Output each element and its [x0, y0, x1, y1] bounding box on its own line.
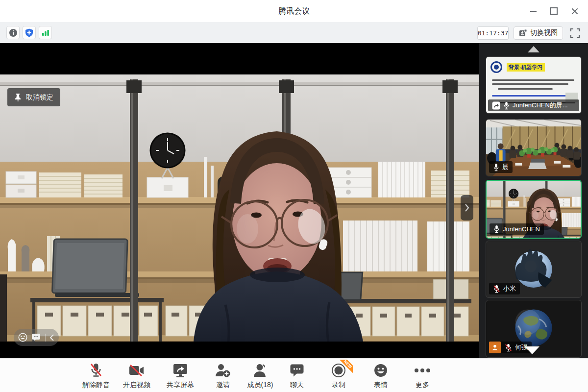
maximize-icon — [550, 7, 558, 15]
quick-chat-icon[interactable] — [31, 333, 41, 342]
scroll-up-icon[interactable] — [528, 46, 539, 52]
participant-name: 晨 — [502, 163, 509, 172]
emoji-reaction-icon[interactable] — [18, 333, 27, 342]
main-video-stage: 取消锁定 — [0, 43, 479, 358]
control-record[interactable]: NEW 录制 — [319, 362, 358, 390]
maximize-button[interactable] — [547, 4, 561, 18]
fullscreen-icon — [570, 28, 580, 38]
chat-icon — [290, 364, 304, 377]
toolbar-right: 01:17:37 切换视图 — [477, 26, 582, 40]
control-unmute[interactable]: 解除静音 — [76, 362, 116, 390]
participant-label: 小米 — [489, 283, 520, 294]
close-button[interactable] — [567, 4, 581, 18]
emoji-icon — [373, 363, 388, 378]
mic-muted-icon — [493, 285, 500, 293]
minimize-icon — [530, 11, 537, 12]
meeting-toolbar: 01:17:37 切换视图 — [0, 22, 588, 43]
slide-logo-icon — [490, 61, 502, 73]
mic-muted-icon — [505, 343, 512, 352]
switch-view-label: 切换视图 — [530, 28, 558, 37]
control-members[interactable]: 成员(18) — [241, 362, 280, 390]
camera-off-icon — [129, 365, 145, 376]
network-quality-button[interactable] — [39, 26, 52, 39]
slide-text-line — [492, 79, 574, 81]
participants-sidebar: 背景-机器学习 JunfenCHEN的屏... — [479, 43, 588, 358]
mic-icon — [503, 101, 510, 110]
participant-label: JunfenCHEN — [490, 223, 544, 235]
slide-text-line — [492, 95, 572, 97]
participant-label: 晨 — [489, 161, 513, 173]
participant-tile-xiaomi[interactable]: 小米 — [486, 241, 582, 298]
control-more[interactable]: 更多 — [403, 362, 442, 390]
participant-name: JunfenCHEN的屏... — [513, 101, 568, 110]
window-controls — [526, 0, 581, 22]
shield-icon — [25, 28, 33, 37]
share-screen-icon — [172, 363, 188, 378]
slide-title: 背景-机器学习 — [507, 63, 545, 72]
unpin-label: 取消锁定 — [26, 93, 53, 102]
fullscreen-button[interactable] — [568, 26, 582, 40]
control-start-video[interactable]: 开启视频 — [117, 362, 156, 390]
tencent-meeting-window: 腾讯会议 01:17:37 切换视图 — [0, 0, 588, 392]
control-bar: 解除静音 开启视频 共享屏幕 邀请 成员(18) 聊天 NEW — [0, 358, 588, 392]
participant-tile-screenshare[interactable]: 背景-机器学习 JunfenCHEN的屏... — [486, 56, 582, 114]
switch-view-button[interactable]: 切换视图 — [514, 26, 563, 40]
toolbar-left — [6, 26, 52, 39]
host-badge-icon — [489, 342, 501, 353]
meeting-info-button[interactable] — [6, 26, 20, 39]
control-invite[interactable]: 邀请 — [203, 362, 243, 390]
participant-name: 小米 — [503, 284, 516, 293]
reaction-divider — [45, 334, 46, 342]
close-icon — [571, 8, 578, 14]
window-title: 腾讯会议 — [0, 0, 588, 22]
invite-icon — [215, 363, 231, 378]
screen-share-icon — [492, 101, 500, 110]
mic-muted-icon — [90, 363, 102, 378]
meeting-content: 取消锁定 背景-机器学习 — [0, 43, 588, 358]
hide-sidebar-handle[interactable] — [461, 195, 473, 220]
reaction-bar — [14, 329, 59, 346]
more-icon — [414, 368, 431, 373]
participant-tile-junfenchen[interactable]: JunfenCHEN — [486, 180, 582, 239]
participant-name: JunfenCHEN — [503, 225, 540, 233]
chevron-right-icon — [465, 204, 469, 212]
meeting-timer: 01:17:37 — [477, 26, 509, 40]
mic-icon — [493, 225, 500, 233]
speaker-video — [0, 74, 479, 342]
members-icon — [253, 363, 268, 378]
unpin-button[interactable]: 取消锁定 — [7, 88, 60, 106]
record-icon — [331, 363, 346, 378]
control-share-screen[interactable]: 共享屏幕 — [161, 362, 200, 390]
switch-view-icon — [519, 29, 527, 37]
collapse-left-icon[interactable] — [49, 334, 54, 341]
control-emoji[interactable]: 表情 — [361, 362, 400, 390]
titlebar: 腾讯会议 — [0, 0, 588, 22]
security-button[interactable] — [23, 26, 36, 39]
mic-icon — [493, 163, 499, 172]
minimize-button[interactable] — [526, 4, 540, 18]
slide-text-line — [498, 88, 553, 90]
network-signal-icon — [41, 29, 50, 37]
participant-tile-chen[interactable]: 晨 — [486, 119, 582, 176]
info-icon — [9, 28, 18, 37]
pin-icon — [14, 93, 22, 101]
participant-label: JunfenCHEN的屏... — [488, 99, 579, 111]
scroll-down-icon[interactable] — [525, 346, 539, 354]
control-chat[interactable]: 聊天 — [277, 362, 317, 390]
slide-text-line — [492, 83, 568, 85]
